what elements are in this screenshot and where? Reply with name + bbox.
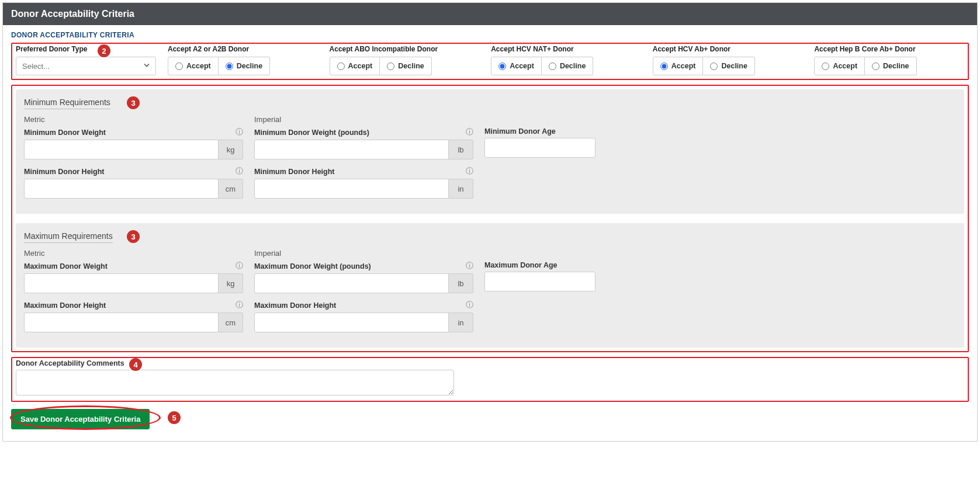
min-height-label: Minimum Donor Height	[24, 168, 105, 176]
max-weight-kg-input[interactable]	[24, 273, 219, 293]
section-heading: DONOR ACCEPTABILITY CRITERIA	[11, 31, 969, 39]
annotation-3b-icon: 3	[127, 230, 140, 243]
min-weight-lb-input[interactable]	[254, 140, 449, 159]
annotation-2-icon: 2	[98, 44, 110, 57]
min-weight-kg-input[interactable]	[24, 140, 219, 159]
min-age-input[interactable]	[484, 138, 595, 158]
info-icon[interactable]: ⓘ	[466, 166, 473, 176]
preferred-donor-type-select[interactable]	[16, 57, 156, 75]
accept-hepb-group: Accept Decline	[814, 57, 964, 75]
accept-hepb-decline[interactable]: Decline	[865, 57, 916, 75]
unit-in: in	[449, 179, 473, 199]
donor-type-and-accept-box: Preferred Donor Type 2 Accept A2 or A2B …	[11, 43, 969, 80]
unit-kg: kg	[219, 140, 243, 159]
accept-hcvab-label: Accept HCV Ab+ Donor	[653, 45, 803, 53]
accept-hepb-accept[interactable]: Accept	[814, 57, 865, 75]
accept-a2-decline[interactable]: Decline	[219, 57, 270, 75]
info-icon[interactable]: ⓘ	[466, 127, 473, 137]
min-weight-lb-label: Minimum Donor Weight (pounds)	[254, 129, 369, 137]
comments-label: Donor Acceptability Comments	[16, 359, 964, 367]
preferred-donor-type-label: Preferred Donor Type	[16, 45, 156, 53]
panel-outer: Donor Acceptability Criteria DONOR ACCEP…	[2, 2, 978, 442]
maximum-requirements-panel: Maximum Requirements 3 Metric Imperial M…	[16, 223, 964, 348]
unit-kg: kg	[219, 273, 243, 293]
min-imperial-label: Imperial	[254, 115, 473, 124]
max-age-input[interactable]	[484, 272, 595, 291]
max-weight-label: Maximum Donor Weight	[24, 262, 108, 270]
info-icon[interactable]: ⓘ	[236, 300, 243, 310]
min-age-label: Minimum Donor Age	[484, 127, 556, 136]
save-row: Save Donor Acceptability Criteria 5	[11, 407, 969, 429]
max-weight-lb-label: Maximum Donor Weight (pounds)	[254, 262, 371, 270]
requirements-box: Minimum Requirements 3 Metric Imperial M…	[11, 85, 969, 352]
max-height-cm-input[interactable]	[24, 313, 219, 332]
accept-a2-label: Accept A2 or A2B Donor	[168, 45, 318, 53]
max-height-in-input[interactable]	[254, 313, 449, 332]
accept-abo-label: Accept ABO Incompatible Donor	[330, 45, 480, 53]
unit-cm: cm	[219, 179, 243, 199]
min-height-in-label: Minimum Donor Height	[254, 168, 335, 176]
unit-cm: cm	[219, 313, 243, 332]
max-height-label: Maximum Donor Height	[24, 301, 106, 310]
max-weight-lb-input[interactable]	[254, 273, 449, 293]
annotation-4-icon: 4	[129, 358, 142, 371]
min-metric-label: Metric	[24, 115, 243, 124]
min-height-cm-input[interactable]	[24, 179, 219, 199]
unit-in: in	[449, 313, 473, 332]
accept-a2-accept[interactable]: Accept	[168, 57, 219, 75]
unit-lb: lb	[449, 140, 473, 159]
accept-abo-decline[interactable]: Decline	[380, 57, 431, 75]
accept-hcvnat-decline[interactable]: Decline	[542, 57, 593, 75]
accept-hepb-label: Accept Hep B Core Ab+ Donor	[814, 45, 964, 53]
info-icon[interactable]: ⓘ	[236, 261, 243, 271]
save-button[interactable]: Save Donor Acceptability Criteria	[11, 409, 150, 429]
min-req-title: Minimum Requirements	[24, 98, 110, 109]
accept-abo-group: Accept Decline	[330, 57, 480, 75]
accept-abo-accept[interactable]: Accept	[330, 57, 380, 75]
min-height-in-input[interactable]	[254, 179, 449, 199]
info-icon[interactable]: ⓘ	[236, 166, 243, 176]
max-req-title: Maximum Requirements	[24, 231, 113, 243]
annotation-5-icon: 5	[168, 411, 181, 424]
info-icon[interactable]: ⓘ	[236, 127, 243, 137]
accept-hcvnat-group: Accept Decline	[491, 57, 641, 75]
page-title: Donor Acceptability Criteria	[3, 3, 977, 25]
accept-hcvnat-label: Accept HCV NAT+ Donor	[491, 45, 641, 53]
annotation-3a-icon: 3	[127, 96, 140, 109]
comments-textarea[interactable]	[16, 370, 454, 395]
accept-hcvab-group: Accept Decline	[653, 57, 803, 75]
info-icon[interactable]: ⓘ	[466, 261, 473, 271]
max-imperial-label: Imperial	[254, 249, 473, 258]
max-height-in-label: Maximum Donor Height	[254, 301, 336, 310]
comments-box: Donor Acceptability Comments 4	[11, 357, 969, 402]
accept-a2-group: Accept Decline	[168, 57, 318, 75]
max-metric-label: Metric	[24, 249, 243, 258]
accept-hcvab-accept[interactable]: Accept	[653, 57, 704, 75]
info-icon[interactable]: ⓘ	[466, 300, 473, 310]
accept-hcvnat-accept[interactable]: Accept	[491, 57, 542, 75]
accept-hcvab-decline[interactable]: Decline	[703, 57, 754, 75]
minimum-requirements-panel: Minimum Requirements 3 Metric Imperial M…	[16, 89, 964, 214]
unit-lb: lb	[449, 273, 473, 293]
max-age-label: Maximum Donor Age	[484, 261, 557, 269]
min-weight-label: Minimum Donor Weight	[24, 129, 106, 137]
